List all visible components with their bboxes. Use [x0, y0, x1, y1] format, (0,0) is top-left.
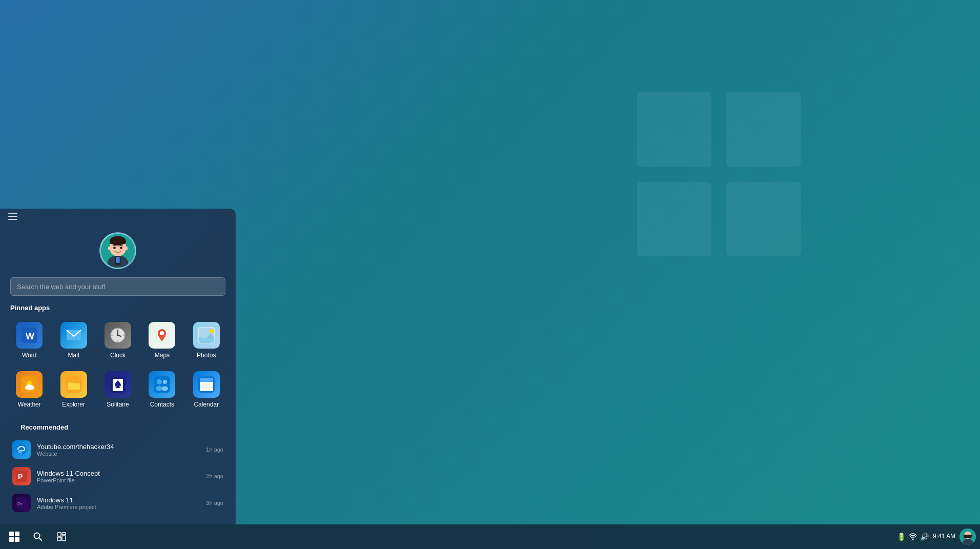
svg-rect-3 [726, 182, 801, 256]
desktop: Pinned apps W Word [0, 0, 980, 549]
app-word[interactable]: W Word [8, 317, 50, 364]
recommended-section: Recommended Youtube.com/thehacker34 Webs… [0, 417, 236, 516]
svg-rect-76 [964, 535, 972, 538]
svg-point-28 [160, 331, 164, 335]
edge-icon [12, 440, 31, 459]
svg-rect-62 [9, 532, 14, 536]
taskbar: 🔋 🔊 9:41 AM [0, 524, 980, 549]
explorer-label: Explorer [62, 401, 85, 408]
solitaire-icon [105, 371, 131, 398]
svg-rect-71 [62, 536, 66, 541]
taskbar-search-button[interactable] [28, 526, 48, 547]
svg-point-44 [157, 379, 162, 384]
taskbar-left [4, 526, 72, 547]
svg-rect-1 [726, 92, 801, 167]
rec-premiere-subtitle: Adobe Premiere project [37, 504, 200, 510]
svg-point-45 [156, 386, 163, 391]
start-menu: Pinned apps W Word [0, 209, 236, 524]
taskbar-system-icons: 🔋 🔊 [897, 533, 929, 541]
svg-rect-49 [200, 378, 213, 382]
rec-premiere-title: Windows 11 [37, 496, 200, 504]
svg-point-39 [26, 384, 32, 389]
photos-label: Photos [197, 352, 216, 359]
rec-item-youtube[interactable]: Youtube.com/thehacker34 Website 1h ago [10, 436, 225, 463]
app-contacts[interactable]: Contacts [141, 366, 183, 413]
premiere-icon: Pr [12, 494, 31, 512]
powerpoint-icon: P [12, 467, 31, 485]
app-mail[interactable]: Mail [52, 317, 94, 364]
start-button[interactable] [4, 526, 25, 547]
svg-point-10 [120, 247, 122, 249]
wifi-icon [909, 533, 917, 541]
user-avatar[interactable] [99, 232, 136, 269]
photos-icon [193, 322, 220, 349]
rec-item-ppt[interactable]: P Windows 11 Concept PowerPoint file 2h … [10, 463, 225, 490]
svg-rect-68 [57, 533, 61, 536]
explorer-icon [60, 371, 87, 398]
taskbar-right: 🔋 🔊 9:41 AM [897, 528, 976, 545]
word-icon: W [16, 322, 43, 349]
recommended-label: Recommended [10, 421, 225, 436]
contacts-icon [149, 371, 175, 398]
taskbar-widgets-button[interactable] [51, 526, 72, 547]
svg-rect-70 [57, 537, 61, 541]
calendar-icon [193, 371, 220, 398]
svg-rect-64 [9, 537, 14, 542]
rec-ppt-time: 2h ago [206, 473, 223, 479]
weather-icon [16, 371, 43, 398]
app-weather[interactable]: Weather [8, 366, 50, 413]
svg-point-33 [210, 329, 214, 333]
search-input[interactable] [10, 277, 225, 296]
app-solitaire[interactable]: Solitaire [97, 366, 139, 413]
rec-youtube-info: Youtube.com/thehacker34 Website [37, 443, 200, 457]
rec-ppt-info: Windows 11 Concept PowerPoint file [37, 470, 200, 483]
svg-rect-8 [110, 240, 126, 244]
taskbar-time: 9:41 AM [933, 533, 955, 541]
svg-point-72 [912, 538, 913, 540]
hamburger-menu[interactable] [0, 209, 236, 224]
clock-label: Clock [110, 352, 126, 359]
maps-label: Maps [155, 352, 170, 359]
calendar-label: Calendar [194, 401, 219, 408]
svg-rect-14 [116, 257, 119, 263]
weather-label: Weather [18, 401, 41, 408]
rec-ppt-subtitle: PowerPoint file [37, 477, 200, 483]
app-maps[interactable]: Maps [141, 317, 183, 364]
rec-item-premiere[interactable]: Pr Windows 11 Adobe Premiere project 3h … [10, 490, 225, 516]
contacts-label: Contacts [150, 401, 174, 408]
svg-point-9 [113, 247, 116, 249]
svg-rect-2 [637, 182, 711, 256]
svg-rect-69 [62, 533, 66, 535]
app-calendar[interactable]: Calendar [185, 366, 227, 413]
svg-point-47 [162, 387, 168, 391]
rec-youtube-subtitle: Website [37, 451, 200, 457]
taskbar-avatar[interactable] [960, 528, 976, 545]
word-label: Word [22, 352, 36, 359]
app-explorer[interactable]: Explorer [52, 366, 94, 413]
mail-label: Mail [68, 352, 79, 359]
maps-icon [149, 322, 175, 349]
app-clock[interactable]: Clock [97, 317, 139, 364]
svg-point-11 [108, 247, 111, 250]
battery-icon: 🔋 [897, 533, 906, 541]
svg-rect-65 [15, 537, 19, 542]
windows-logo [637, 92, 801, 256]
search-container [0, 273, 236, 302]
solitaire-label: Solitaire [107, 401, 129, 408]
clock-icon [105, 322, 131, 349]
app-photos[interactable]: Photos [185, 317, 227, 364]
rec-youtube-time: 1h ago [206, 446, 223, 453]
user-avatar-container [0, 224, 236, 273]
svg-point-46 [163, 380, 167, 384]
rec-youtube-title: Youtube.com/thehacker34 [37, 443, 200, 451]
svg-text:W: W [26, 331, 34, 341]
pinned-apps-grid: W Word Mail [0, 317, 236, 417]
rec-ppt-title: Windows 11 Concept [37, 470, 200, 477]
svg-rect-63 [15, 532, 19, 536]
svg-rect-0 [637, 92, 711, 167]
svg-text:Pr: Pr [17, 501, 23, 506]
svg-line-67 [39, 538, 41, 540]
pinned-apps-label: Pinned apps [0, 302, 236, 317]
svg-text:P: P [18, 473, 23, 481]
rec-premiere-time: 3h ago [206, 500, 223, 506]
